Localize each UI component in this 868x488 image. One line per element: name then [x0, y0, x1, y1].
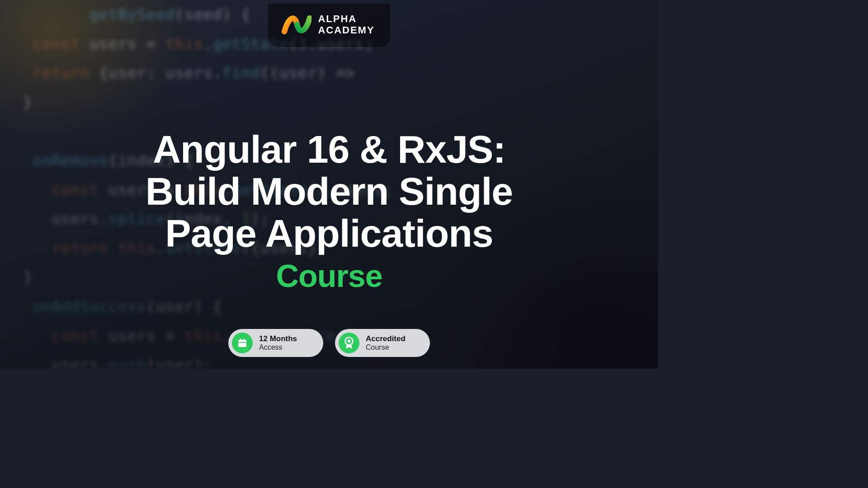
hero-title: Angular 16 & RxJS: Build Modern Single P… [146, 128, 513, 254]
badge-access-sub: Access [259, 343, 297, 352]
badge-accredited-title: Accredited [366, 334, 406, 343]
calendar-icon [232, 333, 253, 353]
title-line-1: Angular 16 & RxJS: [146, 128, 513, 170]
badge-accredited: Accredited Course [335, 329, 430, 357]
title-line-2: Build Modern Single [146, 170, 513, 212]
brand-line1: ALPHA [318, 13, 374, 24]
ribbon-icon [339, 333, 359, 353]
svg-rect-2 [240, 339, 241, 341]
badge-access: 12 Months Access [228, 329, 323, 357]
svg-point-6 [348, 340, 351, 343]
logo-mark-icon [282, 12, 311, 37]
svg-rect-4 [238, 342, 246, 343]
badge-access-text: 12 Months Access [259, 334, 297, 352]
badge-row: 12 Months Access Accredited Course [0, 329, 658, 357]
brand-line2: ACADEMY [318, 24, 374, 36]
title-line-3: Page Applications [146, 212, 513, 254]
svg-rect-3 [243, 339, 245, 341]
brand-logo: ALPHA ACADEMY [268, 4, 390, 47]
badge-accredited-sub: Course [366, 343, 406, 352]
badge-access-title: 12 Months [259, 334, 297, 343]
content-layer: ALPHA ACADEMY Angular 16 & RxJS: Build M… [0, 0, 658, 369]
hero-subtitle: Course [146, 258, 513, 294]
hero-title-block: Angular 16 & RxJS: Build Modern Single P… [146, 128, 513, 294]
brand-name: ALPHA ACADEMY [318, 13, 374, 36]
badge-accredited-text: Accredited Course [366, 334, 406, 352]
svg-rect-1 [238, 340, 246, 342]
